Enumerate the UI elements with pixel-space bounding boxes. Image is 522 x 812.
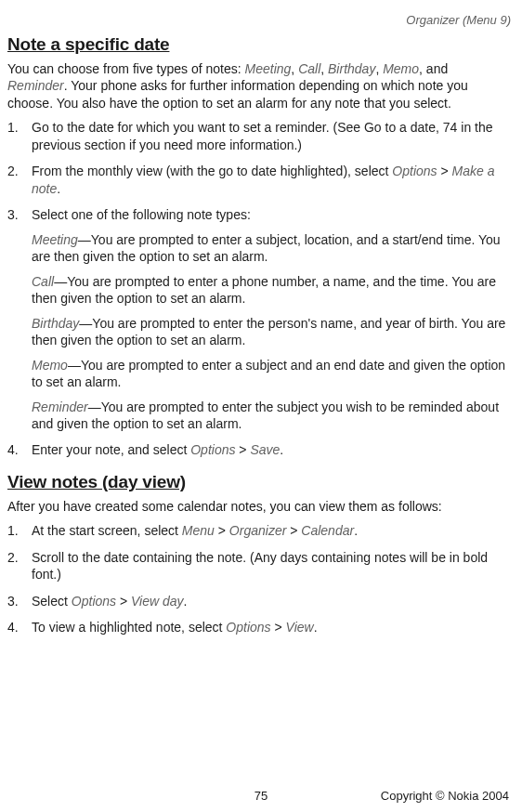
- note-type-desc: —You are prompted to enter a phone numbe…: [32, 274, 496, 306]
- note-type-block: Meeting—You are prompted to enter a subj…: [32, 231, 511, 266]
- step-pre: At the start screen, select: [32, 523, 182, 538]
- step-em: Options: [392, 164, 437, 178]
- note-type-name: Reminder: [32, 399, 88, 414]
- step-mid: >: [271, 620, 286, 635]
- step-post: .: [280, 442, 283, 457]
- step-mid: >: [437, 164, 452, 178]
- copyright: Copyright © Nokia 2004: [381, 789, 509, 803]
- section2-steps: At the start screen, select Menu > Organ…: [7, 522, 511, 635]
- note-type-desc: —You are prompted to enter the subject y…: [32, 399, 499, 431]
- section-heading-view: View notes (day view): [7, 472, 511, 492]
- list-item: Enter your note, and select Options > Sa…: [7, 441, 511, 458]
- note-type-desc: —You are prompted to enter a subject and…: [32, 358, 505, 389]
- document-page: Organizer (Menu 9) Note a specific date …: [0, 0, 522, 636]
- note-type-block: Memo—You are prompted to enter a subject…: [32, 357, 511, 391]
- intro-type-2: Birthday: [328, 61, 375, 76]
- list-item: Go to the date for which you want to set…: [7, 119, 511, 153]
- step-mid: >: [215, 523, 229, 538]
- note-type-name: Memo: [32, 358, 68, 373]
- section1-steps: Go to the date for which you want to set…: [7, 119, 511, 459]
- step-text: Select one of the following note types:: [32, 207, 251, 222]
- note-type-name: Call: [32, 274, 54, 289]
- list-item: Select Options > View day.: [7, 593, 511, 609]
- step-text: Go to the date for which you want to set…: [32, 120, 493, 151]
- note-type-desc: —You are prompted to enter a subject, lo…: [32, 232, 501, 264]
- step-post: .: [184, 594, 188, 609]
- step-em: Menu: [182, 523, 215, 538]
- step-em: View: [286, 620, 314, 635]
- list-item: Scroll to the date containing the note. …: [7, 549, 511, 583]
- step-em: Options: [190, 442, 235, 457]
- page-footer: 75 Copyright © Nokia 2004: [0, 789, 522, 803]
- note-type-name: Meeting: [32, 232, 78, 247]
- intro-text-b: . Your phone asks for further informatio…: [7, 78, 468, 110]
- step-post: .: [314, 620, 318, 635]
- list-item: To view a highlighted note, select Optio…: [7, 619, 511, 635]
- step-pre: From the monthly view (with the go to da…: [32, 164, 392, 178]
- step-mid: >: [235, 442, 250, 457]
- step-mid: >: [116, 594, 131, 609]
- step-em: Calendar: [301, 523, 354, 538]
- note-type-block: Call—You are prompted to enter a phone n…: [32, 273, 511, 308]
- intro-type-4: Reminder: [7, 78, 64, 93]
- running-header: Organizer (Menu 9): [7, 13, 511, 27]
- step-em: View day: [131, 594, 184, 609]
- step-pre: To view a highlighted note, select: [32, 620, 226, 635]
- step-em: Save: [250, 442, 280, 457]
- section2-intro: After you have created some calendar not…: [7, 498, 511, 515]
- step-pre: Select: [32, 594, 72, 609]
- intro-type-0: Meeting: [245, 61, 292, 76]
- step-post: .: [354, 523, 358, 538]
- list-item: At the start screen, select Menu > Organ…: [7, 522, 511, 539]
- page-number: 75: [254, 789, 268, 803]
- step-pre: Enter your note, and select: [32, 442, 190, 457]
- intro-type-1: Call: [298, 61, 320, 76]
- step-mid: >: [286, 523, 301, 538]
- step-post: .: [57, 181, 60, 196]
- note-type-name: Birthday: [32, 316, 79, 331]
- list-item: Select one of the following note types: …: [7, 206, 511, 432]
- section-heading-note: Note a specific date: [7, 34, 511, 55]
- note-type-block: Birthday—You are prompted to enter the p…: [32, 315, 511, 349]
- step-em: Options: [226, 620, 270, 635]
- list-item: From the monthly view (with the go to da…: [7, 163, 511, 197]
- step-em: Organizer: [229, 523, 286, 538]
- intro-type-3: Memo: [383, 61, 419, 76]
- note-type-desc: —You are prompted to enter the person's …: [32, 316, 505, 347]
- step-text: Scroll to the date containing the note. …: [32, 550, 488, 582]
- note-type-block: Reminder—You are prompted to enter the s…: [32, 399, 511, 433]
- intro-text-a: You can choose from five types of notes:: [7, 61, 245, 76]
- step-em: Options: [72, 594, 116, 609]
- section1-intro: You can choose from five types of notes:…: [7, 60, 511, 111]
